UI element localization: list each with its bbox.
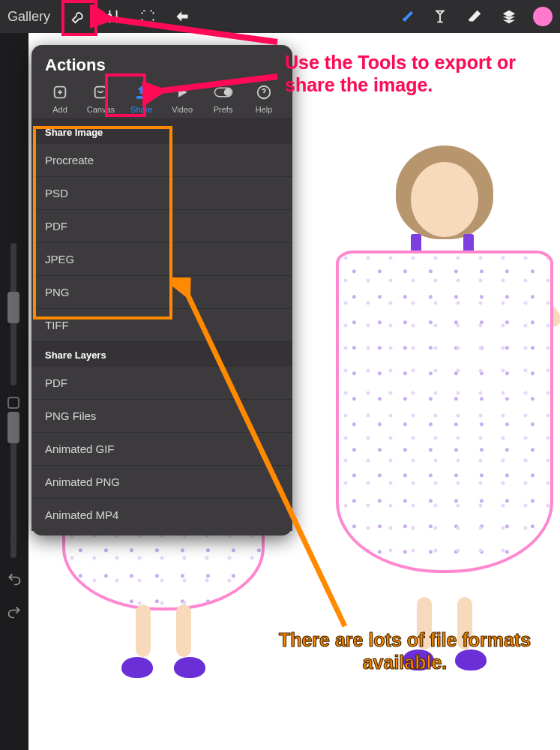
help-icon: [254, 82, 274, 102]
actions-tab-label: Prefs: [214, 105, 233, 114]
share-option[interactable]: PSD: [31, 177, 292, 210]
share-option[interactable]: PDF: [31, 210, 292, 243]
actions-panel: Actions Add Canvas Share Video Prefs Hel…: [31, 45, 292, 536]
share-option[interactable]: PNG: [31, 276, 292, 309]
share-layers-option[interactable]: Animated PNG: [31, 466, 292, 499]
opacity-slider-knob[interactable]: [7, 412, 19, 443]
canvas-icon: [91, 82, 110, 102]
actions-tab-share[interactable]: Share: [124, 82, 160, 114]
share-layers-option[interactable]: PNG Files: [31, 400, 292, 433]
video-icon: [172, 82, 192, 102]
actions-tab-label: Help: [256, 105, 273, 114]
share-option[interactable]: TIFF: [31, 309, 292, 342]
annotation-text-tools: Use the Tools to export or share the ima…: [285, 51, 540, 96]
undo-icon[interactable]: [7, 572, 22, 590]
share-layers-option[interactable]: PDF: [31, 367, 292, 400]
actions-tab-canvas[interactable]: Canvas: [82, 82, 118, 114]
modify-button[interactable]: [7, 397, 19, 409]
transform-icon[interactable]: [172, 6, 193, 27]
actions-tab-video[interactable]: Video: [164, 82, 200, 114]
share-layers-option[interactable]: Animated GIF: [31, 433, 292, 466]
adjustments-icon[interactable]: [103, 6, 124, 27]
actions-tab-label: Canvas: [87, 105, 115, 114]
prefs-icon: [214, 82, 233, 102]
selection-icon[interactable]: [137, 6, 158, 27]
actions-tab-label: Share: [130, 105, 152, 114]
artwork-figure-right: [328, 146, 560, 670]
share-image-header: Share Image: [31, 119, 292, 144]
actions-tab-add[interactable]: Add: [42, 82, 78, 114]
brush-icon[interactable]: [395, 6, 416, 27]
redo-icon[interactable]: [7, 604, 22, 622]
layers-icon[interactable]: [499, 6, 520, 27]
share-option[interactable]: Procreate: [31, 144, 292, 177]
smudge-icon[interactable]: [430, 6, 451, 27]
brush-size-slider-knob[interactable]: [7, 292, 19, 323]
svg-point-3: [224, 89, 231, 96]
share-layers-header: Share Layers: [31, 342, 292, 367]
add-icon: [50, 82, 70, 102]
eraser-icon[interactable]: [464, 6, 485, 27]
actions-tabs: Add Canvas Share Video Prefs Help: [31, 82, 292, 119]
actions-tab-help[interactable]: Help: [246, 82, 282, 114]
top-toolbar: Gallery: [0, 0, 560, 33]
share-icon: [132, 82, 151, 102]
actions-tab-label: Add: [52, 105, 67, 114]
color-picker[interactable]: [533, 7, 553, 26]
left-sidebar: [0, 33, 28, 750]
gallery-button[interactable]: Gallery: [7, 9, 50, 25]
annotation-text-formats: There are lots of file formats available…: [270, 628, 540, 674]
actions-title: Actions: [31, 56, 292, 82]
share-layers-option[interactable]: Animated MP4: [31, 499, 292, 531]
actions-tab-prefs[interactable]: Prefs: [205, 82, 241, 114]
share-option[interactable]: JPEG: [31, 243, 292, 276]
wrench-icon[interactable]: [68, 6, 89, 27]
actions-tab-label: Video: [172, 105, 193, 114]
